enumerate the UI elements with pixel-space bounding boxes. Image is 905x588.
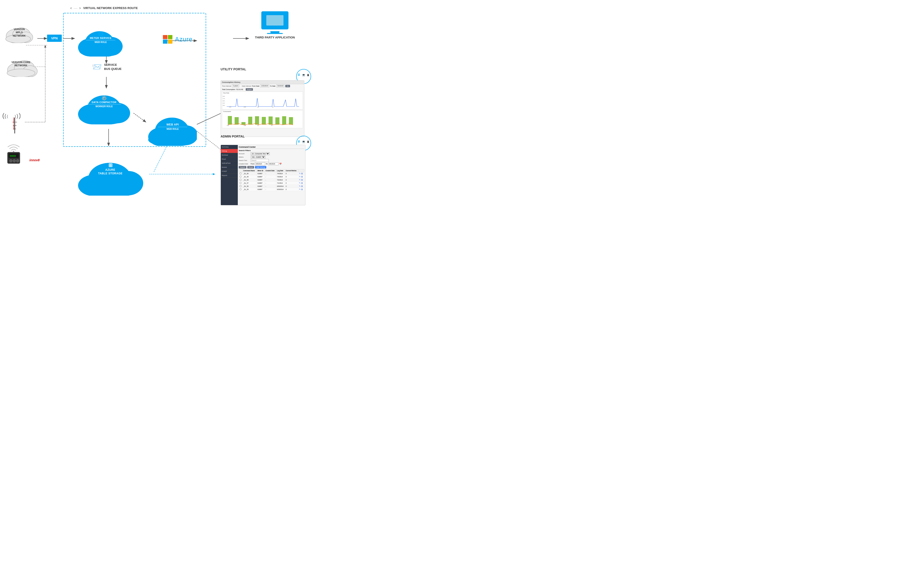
svg-text:17.5: 17.5 [222, 98, 225, 99]
row-check[interactable] [239, 185, 243, 188]
admin-nav-summary[interactable]: Summary [221, 145, 238, 149]
admin-nav-module[interactable]: Module [221, 165, 238, 170]
admin-nav-reports[interactable]: Reports [221, 173, 238, 178]
admin-nav-setendpoint[interactable]: SetEndPoint [221, 161, 238, 165]
admin-from-date[interactable] [255, 162, 265, 165]
row-actions[interactable]: ✎ 🗑 [298, 188, 304, 191]
row-command: _GL_56 [243, 185, 257, 188]
service-bus: 📨 SERVICEBUS QUEUE [92, 62, 122, 72]
svg-rect-64 [241, 122, 246, 125]
azure-windows-icon [163, 35, 173, 44]
admin-portal-screenshot: Summary GetLog Bootload Reset SetEndPoin… [221, 145, 305, 205]
svg-rect-71 [289, 117, 293, 125]
row-meter: 618897 [257, 182, 265, 185]
row-meter: 618897 [257, 178, 265, 182]
service-bus-icon: 📨 [92, 62, 102, 72]
row-check[interactable] [239, 175, 243, 178]
row-retries: 0 [285, 182, 298, 185]
admin-sidebar: Summary GetLog Bootload Reset SetEndPoin… [221, 145, 238, 205]
row-actions[interactable]: ✎ 🗑 [298, 182, 304, 185]
admin-calendar-icon: 📅 [279, 163, 282, 165]
admin-add-getlog-btn[interactable]: Add GetLog [255, 166, 266, 168]
monitor-stand [270, 31, 279, 33]
row-check[interactable] [239, 178, 243, 182]
row-actions[interactable]: ✎ 🗑 [298, 185, 304, 188]
admin-to-date[interactable] [268, 162, 278, 165]
svg-rect-68 [268, 116, 273, 125]
utility-from-date[interactable]: 2/23/2015 [260, 85, 269, 87]
svg-rect-44 [163, 35, 167, 39]
svg-text:📱: 📱 [307, 140, 310, 143]
row-meter: 618897 [257, 172, 265, 175]
svg-line-8 [133, 113, 146, 122]
row-log: 7/3/2014 [276, 175, 285, 178]
utility-export-btn[interactable]: Export [246, 88, 253, 91]
consumption-chart: Consumption 2/26 2/28 3/1 3/2 [222, 110, 303, 128]
admin-search-btn[interactable]: Search [239, 166, 246, 168]
row-actions[interactable]: ✎ 🗑 [298, 175, 304, 178]
vnet-title: VIRTUAL NETWORK EXPRESS ROUTE [83, 6, 138, 10]
svg-text:🖥: 🖥 [297, 139, 300, 143]
monitor-icon [261, 11, 289, 29]
row-retries: 0 [285, 172, 298, 175]
admin-account-select[interactable]: 10 - Consumer Test [251, 152, 270, 155]
wireless-signal-svg: ( ( ( ) ) ) [2, 109, 21, 131]
monitor-screen-svg [266, 15, 284, 26]
admin-date-row: Created Date From To 📅 [239, 162, 304, 165]
admin-reset-btn[interactable]: Reset [247, 166, 254, 168]
svg-rect-48 [266, 15, 284, 25]
web-api-text: 🌐 WEB API WEB ROLE [158, 117, 187, 130]
vnet-label: < ··· > VIRTUAL NETWORK EXPRESS ROUTE [70, 6, 138, 10]
svg-rect-45 [168, 35, 172, 39]
azure-text: Azure [175, 36, 192, 43]
table-row: _GL_59 618897 - 7/3/2014 0 ✎ 🗑 [239, 175, 304, 178]
row-actions[interactable]: ✎ 🗑 [298, 172, 304, 175]
row-check[interactable] [239, 188, 243, 191]
admin-content: Command Center Search Filters Account 10… [238, 145, 305, 205]
row-created: - [265, 172, 276, 175]
svg-text:20.0: 20.0 [222, 96, 225, 97]
third-party-title: THIRD PARTY APPLICATION [252, 36, 297, 40]
admin-layout: Summary GetLog Bootload Reset SetEndPoin… [221, 145, 305, 205]
monitor-container [259, 11, 291, 34]
row-log: 7/2/2014 [276, 178, 285, 182]
utility-time-row: Time Interval Custom Date Interval From … [221, 84, 304, 88]
utility-to-date[interactable]: 3/2/2015 [276, 85, 284, 87]
verizon-wireless-text: verizon wireless [13, 116, 14, 130]
svg-rect-67 [262, 117, 266, 125]
row-retries: 0 [285, 185, 298, 188]
row-log: 7/4/2014 [276, 172, 285, 175]
svg-text:00000: 00000 [10, 155, 16, 157]
meter-service-cloud: 🌐 METER SERVICE WEB ROLE [75, 25, 124, 57]
admin-nav-bootload[interactable]: Bootload [221, 153, 238, 157]
svg-rect-69 [275, 117, 279, 125]
consumption-svg: 2/26 2/28 3/1 3/2 [222, 113, 302, 126]
utility-go-btn[interactable]: Go [285, 85, 290, 87]
admin-nav-otasp[interactable]: OTASP [221, 170, 238, 173]
utility-date-label: Date Interval [242, 85, 251, 87]
admin-portal-header: ADMIN PORTAL [221, 135, 245, 138]
admin-nav-getlog[interactable]: GetLog [221, 149, 238, 153]
admin-meters-select[interactable]: Vfer - 618897 [251, 155, 265, 158]
verizon-mpls-cloud: VERIZONMPLSNETWORK [3, 23, 35, 44]
svg-rect-62 [228, 116, 232, 125]
admin-search-input[interactable] [251, 159, 269, 162]
row-log: 7/1/2014 [276, 182, 285, 185]
admin-nav-reset[interactable]: Reset [221, 157, 238, 161]
admin-col-actions [298, 170, 304, 172]
row-check[interactable] [239, 172, 243, 175]
row-check[interactable] [239, 182, 243, 185]
svg-text:💻: 💻 [302, 73, 305, 76]
svg-text:10.0: 10.0 [222, 105, 225, 106]
utility-time-input[interactable]: Custom [232, 85, 239, 87]
svg-text:💻: 💻 [302, 140, 305, 143]
row-actions[interactable]: ✎ 🗑 [298, 178, 304, 182]
table-row: _GL_58 618897 - 7/2/2014 0 ✎ 🗑 [239, 178, 304, 182]
admin-from-label: From [251, 163, 254, 165]
vnet-arrow-icon: < ··· > [70, 6, 81, 10]
row-retries: 0 [285, 175, 298, 178]
meter-svg: 00000 [6, 151, 23, 166]
consumption-label: Consumption [222, 110, 303, 113]
monitor-base [267, 33, 283, 34]
row-retries: 0 [285, 188, 298, 191]
